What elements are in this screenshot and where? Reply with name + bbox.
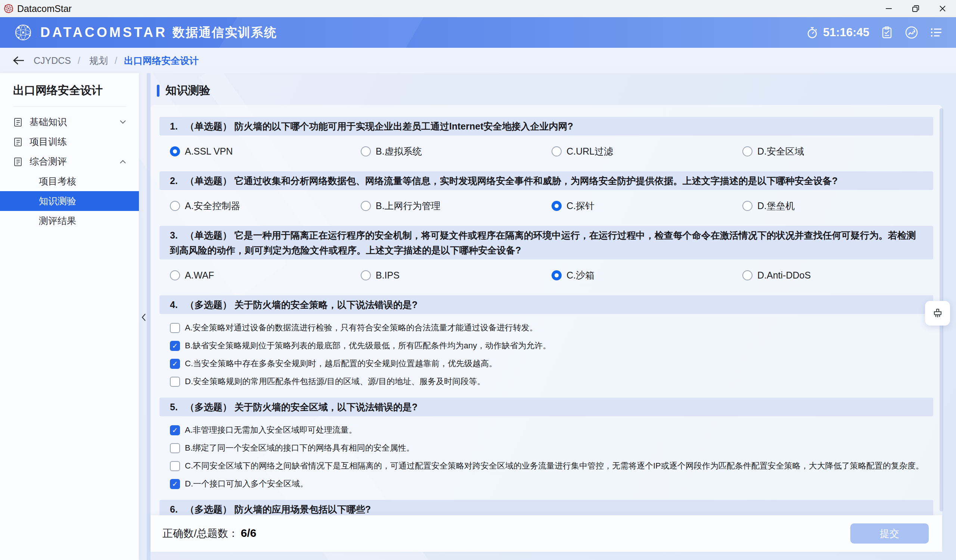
sidebar: 出口网络安全设计 基础知识 项目训练 综合测评 项目考核 知识测验 测评结果 (0, 73, 139, 560)
minimize-button[interactable] (875, 0, 902, 17)
option-label: A.SSL VPN (185, 146, 233, 157)
question-text: （多选题） 关于防火墙的安全区域，以下说法错误的是? (185, 402, 418, 412)
radio-selected-icon (170, 146, 180, 157)
sidebar-item-basic-knowledge[interactable]: 基础知识 (0, 112, 139, 132)
checkbox-option[interactable]: ✓C.当安全策略中存在多条安全规则时，越后配置的安全规则位置越靠前，优先级越高。 (170, 357, 933, 370)
checkbox-option[interactable]: ✓A.非管理接口无需加入安全区域即可处理流量。 (170, 424, 933, 436)
radio-icon (742, 201, 753, 211)
options-group: ✓A.非管理接口无需加入安全区域即可处理流量。B.绑定了同一个安全区域的接口下的… (170, 424, 933, 490)
question-header: 2.（单选题） 它通过收集和分析网络数据包、网络流量等信息，实时发现网络安全事件… (159, 171, 933, 190)
question-number: 1. (170, 121, 178, 132)
option-label: C.沙箱 (566, 269, 594, 281)
radio-option[interactable]: D.堡垒机 (742, 197, 933, 215)
checkbox-checked-icon: ✓ (170, 479, 180, 489)
radio-option[interactable]: A.WAF (170, 266, 361, 284)
radio-icon (742, 146, 753, 157)
clean-tool-button[interactable] (925, 301, 950, 326)
breadcrumb-item-cjydcs[interactable]: CJYDCS (34, 55, 71, 66)
sidebar-item-project-training[interactable]: 项目训练 (0, 132, 139, 152)
collapse-sidebar-button[interactable] (139, 309, 149, 326)
question-number: 2. (170, 176, 178, 186)
checkbox-checked-icon: ✓ (170, 425, 180, 435)
option-label: B.IPS (376, 270, 399, 281)
checkbox-icon (170, 323, 180, 333)
sidebar-item-label: 项目训练 (30, 135, 67, 148)
report-clipboard-icon[interactable] (880, 25, 894, 39)
question-block: 4.（多选题） 关于防火墙的安全策略，以下说法错误的是?A.安全策略对通过设备的… (159, 295, 933, 388)
question-card: 1.（单选题） 防火墙的以下哪个功能可用于实现企业出差员工通过Internet安… (151, 105, 942, 515)
question-text: （单选题） 它通过收集和分析网络数据包、网络流量等信息，实时发现网络安全事件和威… (185, 176, 838, 186)
breadcrumb-separator: / (115, 55, 117, 66)
option-label: B.缺省安全策略规则位于策略列表的最底部，优先级最低，所有匹配条件均为any，动… (185, 340, 551, 351)
timer: 51:16:45 (805, 25, 870, 39)
radio-icon (170, 270, 180, 280)
brand-name: DATACOMSTAR (40, 25, 167, 40)
page-title: 知识测验 (165, 83, 210, 98)
radio-option[interactable]: D.安全区域 (742, 142, 933, 160)
question-block: 6.（多选题） 防火墙的应用场景包括以下哪些? (159, 500, 933, 515)
checkbox-option[interactable]: B.绑定了同一个安全区域的接口下的网络具有相同的安全属性。 (170, 442, 933, 454)
maximize-button[interactable] (902, 0, 929, 17)
checkbox-icon (170, 461, 180, 471)
radio-option[interactable]: C.沙箱 (552, 266, 742, 284)
option-label: B.虚拟系统 (376, 145, 422, 158)
sidebar-subitem-knowledge-test[interactable]: 知识测验 (0, 191, 139, 211)
options-group: A.WAFB.IPSC.沙箱D.Anti-DDoS (170, 266, 933, 284)
close-button[interactable] (929, 0, 956, 17)
checkbox-option[interactable]: ✓D.一个接口可加入多个安全区域。 (170, 477, 933, 490)
option-label: A.安全策略对通过设备的数据流进行检验，只有符合安全策略的合法流量才能通过设备进… (185, 322, 538, 333)
breadcrumb-separator: / (78, 55, 80, 66)
question-number: 4. (170, 300, 178, 310)
radio-option[interactable]: A.安全控制器 (170, 197, 361, 215)
radio-option[interactable]: C.URL过滤 (552, 142, 742, 160)
options-group: A.安全控制器B.上网行为管理C.探针D.堡垒机 (170, 197, 933, 215)
question-header: 3.（单选题） 它是一种用于隔离正在运行程序的安全机制，将可疑文件或程序在隔离的… (159, 226, 933, 259)
question-text: （单选题） 它是一种用于隔离正在运行程序的安全机制，将可疑文件或程序在隔离的环境… (170, 230, 916, 256)
menu-list-icon[interactable] (929, 25, 943, 39)
radio-option[interactable]: D.Anti-DDoS (742, 266, 933, 284)
checkbox-option[interactable]: D.安全策略规则的常用匹配条件包括源/目的区域、源/目的地址、服务及时间段等。 (170, 375, 933, 388)
question-text: （单选题） 防火墙的以下哪个功能可用于实现企业出差员工通过Internet安全地… (185, 121, 573, 132)
option-label: C.不同安全区域下的网络之间缺省情况下是互相隔离的，可通过配置安全策略对跨安全区… (185, 460, 924, 472)
option-label: D.堡垒机 (757, 200, 795, 212)
question-number: 3. (170, 230, 178, 240)
options-group: A.SSL VPNB.虚拟系统C.URL过滤D.安全区域 (170, 142, 933, 160)
radio-option[interactable]: A.SSL VPN (170, 142, 361, 160)
back-arrow-icon[interactable] (13, 56, 25, 65)
option-label: C.URL过滤 (566, 145, 613, 158)
radio-selected-icon (552, 201, 561, 211)
submit-button[interactable]: 提交 (850, 524, 929, 544)
app-header: DATACOMSTAR 数据通信实训系统 51:16:45 (0, 17, 956, 48)
header-actions: 51:16:45 (805, 25, 943, 39)
os-titlebar: DatacomStar (0, 0, 956, 17)
quiz-footer: 正确数/总题数：6/6 提交 (151, 515, 942, 552)
question-block: 2.（单选题） 它通过收集和分析网络数据包、网络流量等信息，实时发现网络安全事件… (159, 171, 933, 215)
checkbox-option[interactable]: C.不同安全区域下的网络之间缺省情况下是互相隔离的，可通过配置安全策略对跨安全区… (170, 460, 933, 472)
checkbox-option[interactable]: A.安全策略对通过设备的数据流进行检验，只有符合安全策略的合法流量才能通过设备进… (170, 322, 933, 334)
question-header: 6.（多选题） 防火墙的应用场景包括以下哪些? (159, 500, 933, 515)
tools-wrench-icon[interactable] (904, 25, 919, 39)
radio-option[interactable]: B.IPS (361, 266, 552, 284)
sidebar-subitem-assessment-result[interactable]: 测评结果 (0, 211, 139, 231)
timer-value: 51:16:45 (823, 26, 870, 39)
sidebar-item-comprehensive-assessment[interactable]: 综合测评 (0, 152, 139, 171)
score-value: 6/6 (241, 527, 256, 539)
app-title: DatacomStar (17, 3, 72, 14)
radio-option[interactable]: B.虚拟系统 (361, 142, 552, 160)
radio-icon (361, 201, 371, 211)
question-header: 5.（多选题） 关于防火墙的安全区域，以下说法错误的是? (159, 398, 933, 416)
question-text: （多选题） 关于防火墙的安全策略，以下说法错误的是? (185, 300, 418, 310)
score-summary: 正确数/总题数：6/6 (162, 526, 256, 541)
breadcrumb-item-plan[interactable]: 规划 (89, 55, 108, 67)
checkbox-checked-icon: ✓ (170, 359, 180, 369)
brush-icon (932, 307, 944, 319)
radio-option[interactable]: C.探针 (552, 197, 742, 215)
radio-option[interactable]: B.上网行为管理 (361, 197, 552, 215)
question-block: 5.（多选题） 关于防火墙的安全区域，以下说法错误的是?✓A.非管理接口无需加入… (159, 398, 933, 490)
system-name: 数据通信实训系统 (173, 24, 277, 41)
accent-bar (157, 85, 159, 97)
sidebar-subitem-project-exam[interactable]: 项目考核 (0, 171, 139, 191)
checkbox-option[interactable]: ✓B.缺省安全策略规则位于策略列表的最底部，优先级最低，所有匹配条件均为any，… (170, 339, 933, 352)
radio-icon (361, 146, 371, 157)
chevron-down-icon (120, 120, 126, 124)
